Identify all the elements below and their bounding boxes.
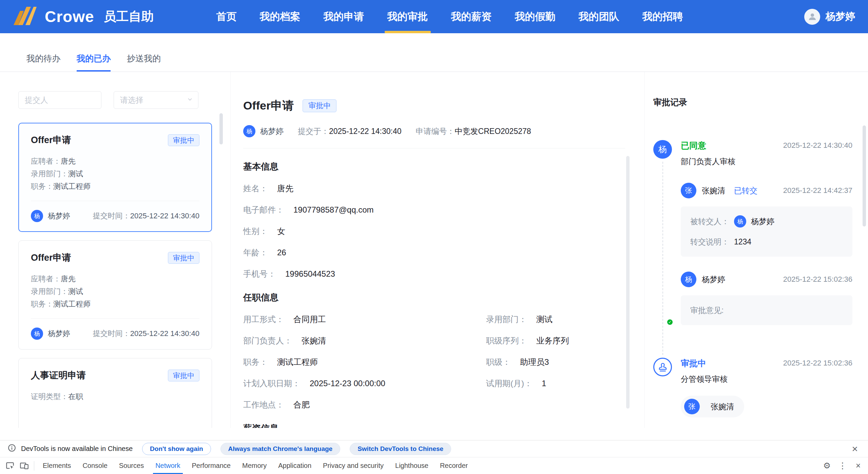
status-badge: 审批中 xyxy=(168,134,199,146)
task-card[interactable]: 人事证明申请 审批中 证明类型：在职 xyxy=(18,358,212,428)
check-icon: ✓ xyxy=(666,318,674,326)
nav-item-profile[interactable]: 我的档案 xyxy=(248,0,312,33)
infobar-close-icon[interactable]: × xyxy=(849,444,861,454)
devtools-tab-network[interactable]: Network xyxy=(150,457,186,474)
submit-time-label: 提交时间： xyxy=(93,329,130,338)
devtools-tabbar: Elements Console Sources Network Perform… xyxy=(0,457,868,474)
info-icon xyxy=(7,443,16,454)
dont-show-again-button[interactable]: Don't show again xyxy=(142,443,211,455)
crowe-logo-icon xyxy=(13,5,38,28)
transferee-avatar: 杨 xyxy=(734,215,746,228)
timeline-step-approved: 杨 ✓ 已同意 2025-12-22 14:30:40 部门负责人审核 张 张婉… xyxy=(653,140,852,325)
status-badge: 审批中 xyxy=(168,252,199,264)
transfer-avatar: 张 xyxy=(681,183,696,198)
detail-status-badge: 审批中 xyxy=(303,99,336,112)
switch-to-chinese-button[interactable]: Switch DevTools to Chinese xyxy=(350,443,451,455)
opinion-row: 杨 杨梦婷 2025-12-22 15:02:36 xyxy=(681,272,852,287)
approver-avatar: 杨 xyxy=(653,140,672,159)
detail-meta: 杨 杨梦婷 提交于：2025-12-22 14:30:40 申请编号：中竞发CR… xyxy=(243,125,625,137)
task-card[interactable]: Offer申请 审批中 应聘者：唐先 录用部门：测试 职务：测试工程师 杨 杨梦… xyxy=(18,240,212,350)
nav-item-attendance[interactable]: 我的假勤 xyxy=(503,0,567,33)
devtools-tab-privacy[interactable]: Privacy and security xyxy=(317,457,389,474)
field-value: 在职 xyxy=(68,392,83,401)
devtools-tab-sources[interactable]: Sources xyxy=(113,457,150,474)
field-label: 职务： xyxy=(243,357,268,367)
opinion-time: 2025-12-22 15:02:36 xyxy=(783,275,852,284)
field-value: 测试工程师 xyxy=(53,182,91,191)
devtools-tab-recorder[interactable]: Recorder xyxy=(434,457,474,474)
field-label: 职级： xyxy=(486,357,510,367)
match-language-button[interactable]: Always match Chrome's language xyxy=(220,443,341,455)
type-filter-select[interactable]: 请选择 xyxy=(114,91,198,109)
field-value: 测试工程师 xyxy=(53,300,91,308)
field-label: 职级序列： xyxy=(486,336,527,345)
field-label: 应聘者： xyxy=(31,275,61,283)
step-time: 2025-12-22 15:02:36 xyxy=(783,358,852,369)
nav-item-home[interactable]: 首页 xyxy=(205,0,248,33)
devtools-tab-memory[interactable]: Memory xyxy=(236,457,272,474)
transferee-label: 被转交人： xyxy=(690,216,729,227)
brand: Crowe 员工自助 xyxy=(13,5,154,28)
devtools-tab-console[interactable]: Console xyxy=(77,457,113,474)
nav-item-applications[interactable]: 我的申请 xyxy=(312,0,376,33)
app-header: Crowe 员工自助 首页 我的档案 我的申请 我的审批 我的薪资 我的假勤 我… xyxy=(0,0,868,33)
pending-name: 张婉清 xyxy=(711,401,734,412)
nav-item-approvals[interactable]: 我的审批 xyxy=(376,0,440,33)
detail-scrollbar[interactable] xyxy=(626,156,630,409)
nav-item-recruiting[interactable]: 我的招聘 xyxy=(631,0,695,33)
field-value: 助理员3 xyxy=(520,357,549,367)
step-status: 已同意 xyxy=(681,140,706,151)
settings-gear-icon[interactable]: ⚙︎ xyxy=(820,459,834,473)
field-value: 测试工程师 xyxy=(277,357,318,367)
task-card-list: Offer申请 审批中 应聘者：唐先 录用部门：测试 职务：测试工程师 杨 杨梦… xyxy=(18,123,212,428)
devtools-tab-lighthouse[interactable]: Lighthouse xyxy=(389,457,434,474)
submitter-avatar: 杨 xyxy=(243,125,255,137)
inspect-element-icon[interactable] xyxy=(3,459,17,473)
submitted-at: 2025-12-22 14:30:40 xyxy=(329,127,402,136)
tab-cc-me[interactable]: 抄送我的 xyxy=(119,45,169,72)
submit-time: 2025-12-22 14:30:40 xyxy=(130,329,199,338)
devtools-tab-performance[interactable]: Performance xyxy=(186,457,237,474)
transfer-status: 已转交 xyxy=(734,185,757,196)
apply-no-label: 申请编号： xyxy=(416,127,455,136)
user-name: 杨梦婷 xyxy=(826,10,855,23)
transfer-time: 2025-12-22 14:42:37 xyxy=(783,186,852,195)
field-value: 测试 xyxy=(68,287,83,296)
divider xyxy=(31,318,199,319)
log-scrollbar[interactable] xyxy=(863,125,866,226)
task-list-pane: 请选择 Offer申请 审批中 应聘者：唐先 录用部门：测试 职务：测试工程师 xyxy=(0,72,231,428)
step-time: 2025-12-22 14:30:40 xyxy=(783,140,852,151)
tab-my-todo[interactable]: 我的待办 xyxy=(18,45,69,72)
task-card[interactable]: Offer申请 审批中 应聘者：唐先 录用部门：测试 职务：测试工程师 杨 杨梦… xyxy=(18,123,212,232)
nav-item-team[interactable]: 我的团队 xyxy=(567,0,631,33)
field-value: 张婉清 xyxy=(302,336,326,345)
field-label: 证明类型： xyxy=(31,392,68,401)
field-label: 工作地点： xyxy=(243,400,284,409)
list-scrollbar[interactable] xyxy=(219,113,223,144)
header-user[interactable]: 杨梦婷 xyxy=(804,9,855,25)
submitter-filter-input[interactable] xyxy=(18,91,101,109)
approval-log-title: 审批记录 xyxy=(653,97,852,108)
submitter-name: 杨梦婷 xyxy=(260,126,284,137)
device-toolbar-icon[interactable] xyxy=(17,459,31,473)
chevron-down-icon xyxy=(187,96,193,105)
field-label: 录用部门： xyxy=(31,170,68,178)
devtools-close-icon[interactable]: × xyxy=(851,459,865,473)
tab-my-done[interactable]: 我的已办 xyxy=(69,45,119,72)
transferee-name: 杨梦婷 xyxy=(751,216,774,227)
nav-item-salary[interactable]: 我的薪资 xyxy=(440,0,503,33)
card-title: 人事证明申请 xyxy=(31,369,86,381)
divider xyxy=(243,148,625,149)
field-label: 性别： xyxy=(243,226,268,236)
user-avatar-icon xyxy=(804,9,820,25)
card-fields: 应聘者：唐先 录用部门：测试 职务：测试工程师 xyxy=(31,155,199,193)
devtools-tab-application[interactable]: Application xyxy=(272,457,317,474)
stamp-icon xyxy=(653,358,672,376)
detail-title: Offer申请 xyxy=(243,98,294,114)
kebab-menu-icon[interactable]: ⋮ xyxy=(835,459,850,473)
section-title-salary: 薪资信息 xyxy=(243,422,625,428)
devtools-tab-elements[interactable]: Elements xyxy=(37,457,77,474)
field-label: 录用部门： xyxy=(31,287,68,296)
card-fields: 证明类型：在职 xyxy=(31,390,199,403)
field-label: 手机号： xyxy=(243,269,276,278)
